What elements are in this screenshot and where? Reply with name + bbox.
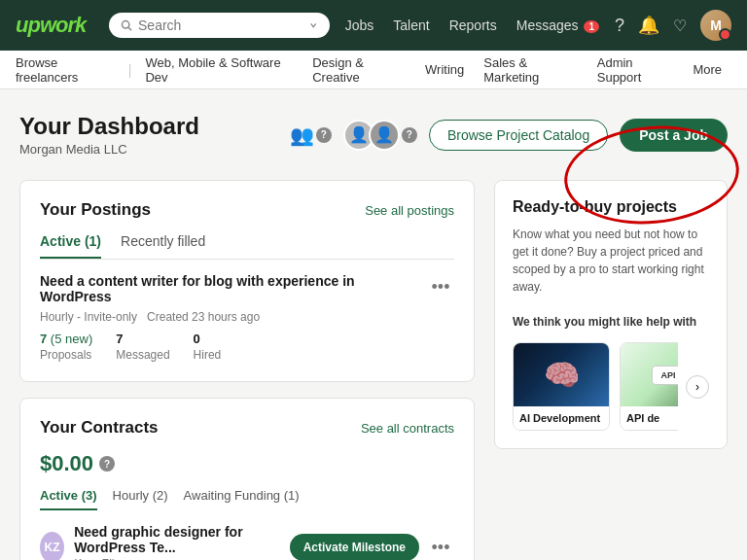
postings-header: Your Postings See all postings bbox=[40, 200, 454, 220]
help-icon[interactable]: ? bbox=[615, 16, 624, 36]
tab-awaiting-funding[interactable]: Awaiting Funding (1) bbox=[184, 488, 300, 510]
project-cards-list: AI Development API API de bbox=[513, 342, 678, 431]
ai-card-image bbox=[514, 343, 609, 406]
sidebar-card: Ready-to-buy projects Know what you need… bbox=[494, 180, 728, 449]
content-grid: Your Postings See all postings Active (1… bbox=[19, 180, 728, 560]
top-navigation: upwork Jobs Talent Reports Messages 1 ? … bbox=[0, 0, 747, 51]
avatars-help-icon[interactable]: ? bbox=[402, 127, 417, 143]
project-carousel: AI Development API API de › bbox=[513, 342, 709, 431]
search-bar[interactable] bbox=[109, 13, 330, 38]
company-name: Morgan Media LLC bbox=[19, 142, 199, 157]
api-card-label: API de bbox=[621, 406, 678, 430]
admin-support-link[interactable]: Admin Support bbox=[587, 51, 684, 88]
talent-link[interactable]: Talent bbox=[393, 18, 429, 33]
see-all-postings-link[interactable]: See all postings bbox=[365, 203, 454, 218]
contracts-card: Your Contracts See all contracts $0.00 ?… bbox=[19, 398, 475, 560]
messaged-label: Messaged bbox=[116, 348, 169, 362]
sales-link[interactable]: Sales & Marketing bbox=[474, 51, 587, 88]
hired-label: Hired bbox=[194, 348, 222, 362]
avatar[interactable]: M bbox=[700, 10, 731, 41]
browse-freelancers-link[interactable]: Browse freelancers bbox=[16, 51, 124, 88]
more-link[interactable]: More bbox=[683, 51, 731, 88]
contracts-help-icon[interactable]: ? bbox=[99, 456, 115, 472]
proposals-value: 7 (5 new) bbox=[40, 332, 92, 346]
secondary-navigation: Browse freelancers | Web, Mobile & Softw… bbox=[0, 51, 747, 89]
proposals-label: Proposals bbox=[40, 348, 92, 362]
see-all-contracts-link[interactable]: See all contracts bbox=[361, 421, 454, 436]
job-stats: 7 (5 new) Proposals 7 Messaged bbox=[40, 332, 427, 362]
main-content: Your Dashboard Morgan Media LLC 👥 ? 👤 👤 … bbox=[0, 89, 747, 560]
postings-card: Your Postings See all postings Active (1… bbox=[19, 180, 475, 382]
avatars-group: 👤 👤 ? bbox=[343, 120, 417, 151]
reports-link[interactable]: Reports bbox=[449, 18, 497, 33]
browse-catalog-button[interactable]: Browse Project Catalog bbox=[429, 120, 608, 151]
search-icon bbox=[121, 18, 132, 32]
contract-row: KZ Need graphic designer for WordPress T… bbox=[40, 524, 454, 560]
contract-more-button[interactable]: ••• bbox=[427, 534, 454, 560]
team-avatar-2: 👤 bbox=[369, 120, 400, 151]
postings-tabs: Active (1) Recently filled bbox=[40, 233, 454, 260]
team-help-icon[interactable]: ? bbox=[316, 127, 332, 143]
tab-recently-filled[interactable]: Recently filled bbox=[121, 233, 205, 259]
hired-stat: 0 Hired bbox=[194, 332, 222, 362]
design-link[interactable]: Design & Creative bbox=[302, 51, 415, 88]
web-dev-link[interactable]: Web, Mobile & Software Dev bbox=[135, 51, 302, 88]
tab-hourly[interactable]: Hourly (2) bbox=[113, 488, 168, 510]
job-title: Need a content writer for blog with expe… bbox=[40, 273, 427, 304]
heart-icon[interactable]: ♡ bbox=[673, 17, 687, 35]
messaged-value: 7 bbox=[116, 332, 169, 346]
contracts-subtabs: Active (3) Hourly (2) Awaiting Funding (… bbox=[40, 488, 454, 510]
ai-card-label: AI Development bbox=[514, 406, 609, 430]
search-input[interactable] bbox=[138, 18, 303, 33]
activate-milestone-button[interactable]: Activate Milestone bbox=[290, 534, 419, 560]
jobs-link[interactable]: Jobs bbox=[345, 18, 374, 33]
api-card-image: API bbox=[621, 343, 678, 406]
svg-point-0 bbox=[123, 21, 129, 28]
tab-active-postings[interactable]: Active (1) bbox=[40, 233, 101, 259]
job-meta: Hourly - Invite-only Created 23 hours ag… bbox=[40, 310, 427, 324]
dashboard-header: Your Dashboard Morgan Media LLC 👥 ? 👤 👤 … bbox=[19, 113, 728, 157]
api-card[interactable]: API API de bbox=[620, 342, 678, 431]
dashboard-title-block: Your Dashboard Morgan Media LLC bbox=[19, 113, 199, 157]
contracts-header: Your Contracts See all contracts bbox=[40, 418, 454, 438]
dashboard-actions: 👥 ? 👤 👤 ? Browse Project Catalog Post a … bbox=[290, 119, 728, 152]
nav-divider: | bbox=[124, 62, 136, 78]
api-card-inner: API bbox=[652, 366, 678, 385]
carousel-next-button[interactable]: › bbox=[686, 375, 709, 399]
contracts-title: Your Contracts bbox=[40, 418, 159, 438]
page-title: Your Dashboard bbox=[19, 113, 199, 140]
chevron-down-icon bbox=[309, 20, 317, 30]
messages-link[interactable]: Messages 1 bbox=[516, 18, 599, 33]
contract-name: Need graphic designer for WordPress Te..… bbox=[74, 524, 289, 555]
job-row: Need a content writer for blog with expe… bbox=[40, 273, 454, 362]
people-icon: 👥 bbox=[290, 123, 314, 147]
team-icon-group: 👥 ? bbox=[290, 123, 332, 147]
hired-value: 0 bbox=[194, 332, 222, 346]
post-job-button[interactable]: Post a Job bbox=[620, 119, 728, 152]
contracts-amount: $0.00 ? bbox=[40, 451, 454, 476]
sidebar-description: Know what you need but not how to get it… bbox=[513, 226, 709, 331]
contract-info: KZ Need graphic designer for WordPress T… bbox=[40, 524, 290, 560]
left-column: Your Postings See all postings Active (1… bbox=[19, 180, 475, 560]
svg-line-1 bbox=[128, 27, 131, 30]
right-column: Ready-to-buy projects Know what you need… bbox=[494, 180, 728, 560]
messages-badge: 1 bbox=[584, 20, 599, 33]
upwork-logo[interactable]: upwork bbox=[16, 13, 86, 38]
contract-avatar: KZ bbox=[40, 532, 64, 560]
sidebar-title: Ready-to-buy projects bbox=[513, 198, 709, 216]
postings-title: Your Postings bbox=[40, 200, 151, 220]
nav-links: Jobs Talent Reports Messages 1 bbox=[345, 18, 599, 33]
proposals-stat: 7 (5 new) Proposals bbox=[40, 332, 92, 362]
nav-icons: ? 🔔 ♡ M bbox=[615, 10, 731, 41]
contract-details: Need graphic designer for WordPress Te..… bbox=[74, 524, 289, 560]
job-info: Need a content writer for blog with expe… bbox=[40, 273, 427, 362]
messaged-stat: 7 Messaged bbox=[116, 332, 169, 362]
job-more-button[interactable]: ••• bbox=[427, 273, 454, 300]
writing-link[interactable]: Writing bbox=[415, 51, 474, 88]
notification-icon[interactable]: 🔔 bbox=[638, 15, 659, 36]
ai-development-card[interactable]: AI Development bbox=[513, 342, 610, 431]
tab-active-contracts[interactable]: Active (3) bbox=[40, 488, 97, 510]
